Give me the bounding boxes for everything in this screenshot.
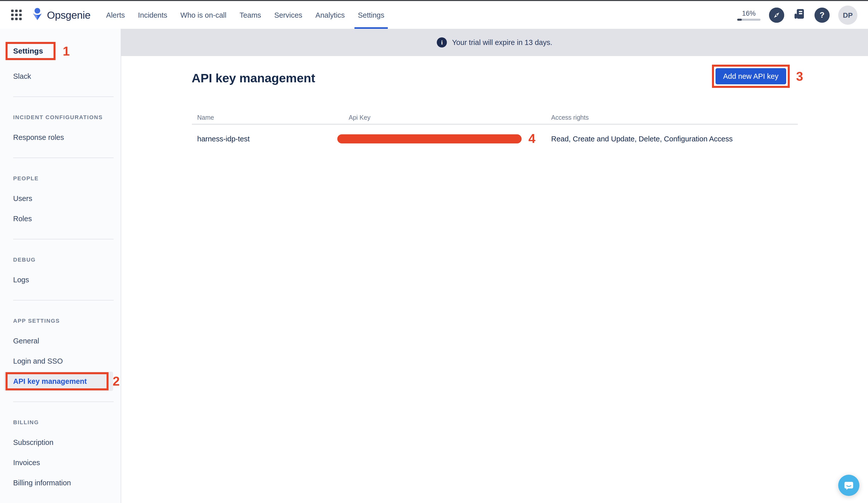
nav-tab-settings[interactable]: Settings <box>358 1 384 29</box>
nav-tab-who-is-on-call[interactable]: Who is on-call <box>180 1 226 29</box>
add-new-api-key-button[interactable]: Add new API key <box>715 68 786 84</box>
api-key-name-cell: harness-idp-test <box>192 134 337 143</box>
sidebar-item-billing-information[interactable]: Billing information <box>0 473 121 493</box>
nav-tab-teams[interactable]: Teams <box>240 1 261 29</box>
top-navbar: Opsgenie Alerts Incidents Who is on-call… <box>0 1 868 29</box>
annotation-box-1: Settings <box>6 42 55 60</box>
sidebar-item-logs[interactable]: Logs <box>0 270 121 290</box>
whats-new-compass-icon[interactable] <box>769 7 784 22</box>
annotation-step-3: 3 <box>796 69 803 84</box>
api-keys-table-header: Name Api Key Access rights <box>192 111 797 125</box>
nav-tab-incidents[interactable]: Incidents <box>138 1 167 29</box>
page-title: API key management <box>192 71 315 85</box>
sidebar-item-response-roles[interactable]: Response roles <box>0 127 121 147</box>
access-rights-cell: Read, Create and Update, Delete, Configu… <box>551 134 797 143</box>
sidebar-item-api-key-management[interactable]: API key management 2 <box>0 371 121 391</box>
trial-usage-indicator[interactable]: 16% <box>737 9 761 20</box>
sidebar-section-app-settings: APP SETTINGS <box>13 316 121 326</box>
main-content: i Your trial will expire in 13 days. API… <box>121 29 868 503</box>
trial-usage-percent: 16% <box>742 9 756 17</box>
sidebar-section-billing: BILLING <box>13 417 121 427</box>
opsgenie-logo-text: Opsgenie <box>47 9 90 21</box>
table-row[interactable]: harness-idp-test 4 Read, Create and Upda… <box>192 125 797 153</box>
annotation-step-2: 2 <box>113 374 120 389</box>
sidebar-item-login-and-sso[interactable]: Login and SSO <box>0 351 121 371</box>
sidebar-item-general[interactable]: General <box>0 331 121 351</box>
api-key-redaction-bar <box>337 134 521 143</box>
annotation-step-4: 4 <box>528 131 536 146</box>
sidebar-divider <box>13 157 114 158</box>
trial-expiry-text: Your trial will expire in 13 days. <box>452 38 552 47</box>
app-switcher-icon[interactable] <box>11 10 22 20</box>
info-icon: i <box>437 37 447 48</box>
column-header-access-rights: Access rights <box>551 114 797 121</box>
annotation-step-1: 1 <box>63 44 70 58</box>
trial-usage-progressbar <box>737 19 761 20</box>
sidebar-item-settings[interactable]: Settings 1 <box>6 42 121 60</box>
sidebar-divider <box>13 96 114 97</box>
sidebar-section-debug: DEBUG <box>13 255 121 265</box>
navbar-right-cluster: 16% ? <box>737 1 857 29</box>
add-api-key-group: Add new API key 3 <box>712 65 803 88</box>
settings-sidebar: Settings 1 Slack INCIDENT CONFIGURATIONS… <box>0 29 121 503</box>
sidebar-item-slack[interactable]: Slack <box>0 66 121 86</box>
nav-tab-analytics[interactable]: Analytics <box>315 1 345 29</box>
trial-expiry-banner: i Your trial will expire in 13 days. <box>121 29 868 56</box>
sidebar-item-invoices[interactable]: Invoices <box>0 452 121 473</box>
nav-tab-services[interactable]: Services <box>274 1 302 29</box>
annotation-box-3: Add new API key <box>712 65 789 88</box>
column-header-name: Name <box>192 114 337 121</box>
avatar-initials: DP <box>843 11 853 19</box>
chat-launcher-icon[interactable] <box>838 475 859 496</box>
sidebar-item-roles[interactable]: Roles <box>0 208 121 229</box>
api-key-value-cell: 4 <box>337 131 551 146</box>
opsgenie-app-window: Opsgenie Alerts Incidents Who is on-call… <box>0 0 868 503</box>
sidebar-section-incident-configurations: INCIDENT CONFIGURATIONS <box>13 112 121 122</box>
sidebar-item-api-key-management-label: API key management <box>0 377 87 385</box>
release-notes-icon[interactable] <box>793 7 806 22</box>
column-header-api-key: Api Key <box>337 114 551 121</box>
sidebar-item-subscription[interactable]: Subscription <box>0 432 121 452</box>
sidebar-item-users[interactable]: Users <box>0 188 121 208</box>
help-glyph: ? <box>819 10 825 19</box>
opsgenie-logo-icon <box>31 7 43 22</box>
page-header: API key management Add new API key 3 <box>192 66 797 90</box>
user-avatar[interactable]: DP <box>838 5 857 24</box>
sidebar-divider <box>13 401 114 402</box>
sidebar-divider <box>13 239 114 239</box>
sidebar-divider <box>13 300 114 300</box>
opsgenie-logo[interactable]: Opsgenie <box>31 7 90 22</box>
api-keys-table: Name Api Key Access rights harness-idp-t… <box>192 111 797 153</box>
nav-tab-alerts[interactable]: Alerts <box>106 1 125 29</box>
sidebar-section-people: PEOPLE <box>13 173 121 183</box>
help-icon[interactable]: ? <box>815 7 830 22</box>
sidebar-item-settings-label: Settings <box>13 47 43 55</box>
primary-nav: Alerts Incidents Who is on-call Teams Se… <box>106 1 384 29</box>
